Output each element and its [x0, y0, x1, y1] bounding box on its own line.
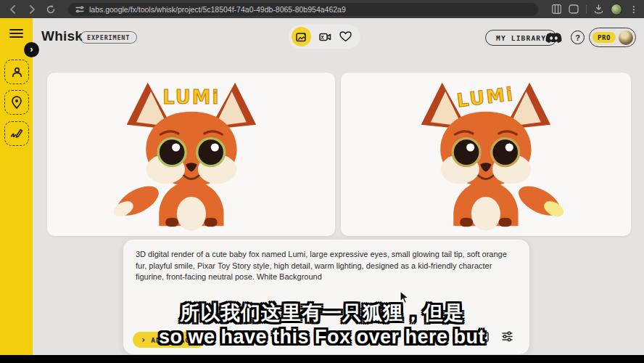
fox-illustration-1: LUMi — [94, 78, 289, 232]
mouse-cursor — [400, 290, 409, 307]
url-text: labs.google/fx/tools/whisk/project/5c185… — [89, 5, 346, 14]
generated-image-2[interactable]: LUMi — [341, 73, 631, 236]
image-mode-button[interactable] — [292, 27, 311, 46]
reload-icon[interactable] — [44, 2, 58, 17]
browser-profile-avatar[interactable] — [611, 4, 622, 15]
browser-menu-icon[interactable]: ⋮ — [629, 5, 638, 14]
add-image-label: ADD IMAGE — [151, 336, 194, 344]
character-name-label: LUMi — [455, 83, 516, 111]
discord-icon[interactable] — [545, 32, 562, 47]
forward-icon[interactable] — [25, 2, 39, 17]
tune-settings-icon[interactable] — [501, 330, 513, 346]
video-camera-icon — [319, 32, 331, 42]
sidebar-item-style[interactable] — [4, 121, 29, 146]
sidebar-expand-button[interactable]: › — [24, 42, 39, 57]
browser-toolbar: labs.google/fx/tools/whisk/project/5c185… — [0, 0, 644, 18]
favorites-button[interactable] — [339, 31, 352, 42]
location-pin-icon — [11, 96, 22, 109]
pro-badge: PRO — [593, 32, 616, 43]
user-avatar — [619, 30, 633, 45]
question-mark-icon: ? — [575, 33, 580, 42]
download-icon[interactable] — [594, 4, 603, 14]
toolbar-divider — [586, 5, 587, 14]
style-pen-icon — [10, 128, 23, 139]
address-bar[interactable]: labs.google/fx/tools/whisk/project/5c185… — [68, 3, 538, 16]
generated-image-1[interactable]: LUMi — [47, 73, 335, 236]
chevron-right-icon: › — [141, 337, 146, 344]
mode-switcher — [289, 25, 360, 49]
site-info-icon[interactable] — [75, 5, 84, 14]
whisk-app-window: labs.google/fx/tools/whisk/project/5c185… — [0, 0, 644, 363]
fox-illustration-2: LUMi — [389, 78, 583, 232]
sidebar-item-subject[interactable] — [4, 60, 29, 84]
add-image-button[interactable]: › ADD IMAGE — [133, 332, 205, 348]
experiment-badge: EXPERIMENT — [80, 31, 137, 44]
sidebar — [0, 18, 33, 355]
heart-icon — [339, 31, 352, 42]
letterbox-bar — [0, 355, 644, 363]
image-sparkle-icon — [296, 32, 307, 42]
account-button[interactable]: PRO — [589, 28, 636, 47]
video-mode-button[interactable] — [319, 32, 331, 42]
tab-groups-icon[interactable] — [552, 4, 561, 14]
menu-icon[interactable] — [9, 28, 23, 38]
expand-icon[interactable] — [477, 332, 489, 345]
extensions-icon[interactable] — [569, 4, 579, 14]
sidebar-item-scene[interactable] — [4, 90, 29, 115]
prompt-text[interactable]: 3D digital render of a cute baby fox nam… — [123, 240, 529, 283]
back-icon[interactable] — [6, 2, 20, 17]
character-name-label: LUMi — [162, 86, 220, 107]
prompt-panel: 3D digital render of a cute baby fox nam… — [123, 240, 529, 354]
page-title: Whisk — [41, 28, 83, 44]
browser-actions: ⋮ — [552, 4, 638, 15]
help-button[interactable]: ? — [571, 30, 585, 44]
chevron-right-icon: › — [30, 44, 33, 54]
person-icon — [11, 66, 23, 78]
